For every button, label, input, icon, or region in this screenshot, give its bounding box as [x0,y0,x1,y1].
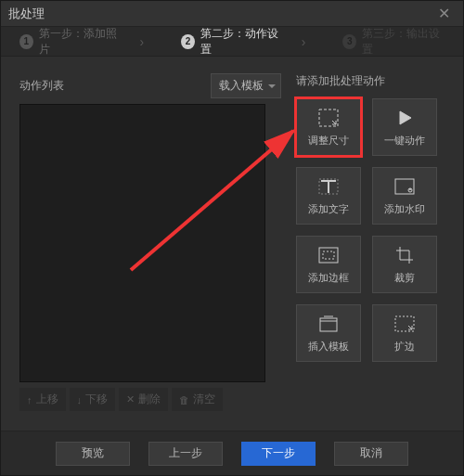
btn-label: 下移 [85,392,108,407]
action-list-label: 动作列表 [19,78,211,94]
step-label-1: 第一步：添加照片 [39,26,122,58]
batch-window: 批处理 ✕ 1 第一步：添加照片 › 2 第二步：动作设置 › 3 第三步：输出… [0,0,464,476]
action-label: 添加边框 [308,271,349,285]
action-grid: 调整尺寸 一键动作 添加文字 [296,98,445,362]
window-title: 批处理 [8,6,432,22]
expand-icon [394,314,415,334]
list-toolbar: ↑ 上移 ↓ 下移 ✕ 删除 🗑 清空 [19,388,281,411]
svg-rect-5 [323,251,334,259]
action-label: 扩边 [394,340,415,354]
text-action-button[interactable]: 添加文字 [296,167,361,225]
dropdown-label: 载入模板 [219,79,264,92]
left-column: 动作列表 载入模板 ↑ 上移 ↓ 下移 ✕ 删除 [19,73,281,411]
trash-icon: 🗑 [179,394,189,405]
svg-rect-4 [319,248,338,263]
preview-button[interactable]: 预览 [56,442,130,466]
btn-label: 删除 [138,392,161,407]
svg-rect-6 [320,318,337,331]
resize-icon [318,108,339,128]
titlebar: 批处理 ✕ [1,1,463,27]
crop-icon [395,245,414,265]
cancel-button[interactable]: 取消 [334,442,408,466]
expand-action-button[interactable]: 扩边 [372,304,437,362]
step-label-2: 第二步：动作设置 [200,26,283,58]
delete-button[interactable]: ✕ 删除 [119,388,168,411]
action-label: 插入模板 [308,340,349,354]
action-label: 裁剪 [394,271,415,285]
play-icon [395,108,414,128]
move-up-button[interactable]: ↑ 上移 [19,388,66,411]
step-1[interactable]: 1 第一步：添加照片 [19,26,122,58]
close-icon[interactable]: ✕ [432,5,456,22]
oneclick-action-button[interactable]: 一键动作 [372,98,437,156]
next-button[interactable]: 下一步 [241,442,316,466]
prev-button[interactable]: 上一步 [148,442,223,466]
crop-action-button[interactable]: 裁剪 [372,236,437,293]
x-icon: ✕ [126,393,135,405]
chevron-right-icon: › [302,34,306,49]
arrow-down-icon: ↓ [77,394,83,405]
btn-label: 上移 [36,392,58,407]
step-num-1: 1 [19,34,33,49]
border-action-button[interactable]: 添加边框 [296,236,361,293]
step-num-3: 3 [342,34,356,49]
step-label-3: 第三步：输出设置 [362,26,445,58]
resize-action-button[interactable]: 调整尺寸 [294,96,363,158]
step-nav: 1 第一步：添加照片 › 2 第二步：动作设置 › 3 第三步：输出设置 [1,27,463,57]
text-icon [318,176,339,197]
watermark-icon [394,176,415,197]
content-area: 动作列表 载入模板 ↑ 上移 ↓ 下移 ✕ 删除 [1,57,463,428]
footer: 预览 上一步 下一步 取消 [1,431,463,475]
action-label: 一键动作 [384,134,425,148]
clear-button[interactable]: 🗑 清空 [172,388,223,411]
border-icon [318,245,339,265]
action-list-box[interactable] [19,104,265,382]
right-prompt: 请添加批处理动作 [296,73,445,89]
right-column: 请添加批处理动作 调整尺寸 一键动作 [296,73,445,411]
action-label: 添加水印 [384,202,425,216]
step-num-2: 2 [181,34,195,49]
step-3: 3 第三步：输出设置 [342,26,445,58]
watermark-action-button[interactable]: 添加水印 [372,167,437,225]
template-icon [319,314,338,334]
template-action-button[interactable]: 插入模板 [296,304,361,362]
chevron-right-icon: › [140,34,145,49]
action-label: 添加文字 [308,202,349,216]
load-template-dropdown[interactable]: 载入模板 [211,73,281,98]
btn-label: 清空 [193,392,215,407]
step-2[interactable]: 2 第二步：动作设置 [181,26,283,58]
arrow-up-icon: ↑ [27,394,32,405]
action-label: 调整尺寸 [308,134,349,148]
move-down-button[interactable]: ↓ 下移 [70,388,116,411]
